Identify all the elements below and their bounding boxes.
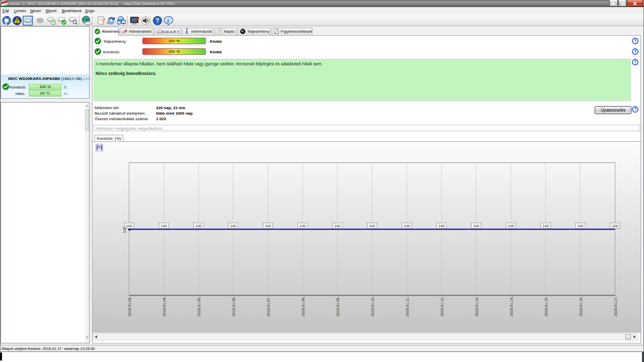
svg-text:100: 100 — [126, 224, 132, 228]
svg-text:100: 100 — [438, 224, 445, 228]
svg-text:100: 100 — [542, 224, 549, 228]
svg-text:100: 100 — [195, 224, 202, 228]
svg-text:2016.01.03.: 2016.01.03. — [127, 297, 132, 317]
svg-text:100: 100 — [404, 224, 410, 228]
svg-text:100: 100 — [230, 224, 236, 228]
svg-text:2016.01.13.: 2016.01.13. — [474, 297, 479, 317]
svg-text:2016.01.08.: 2016.01.08. — [301, 297, 305, 317]
svg-text:2016.01.09.: 2016.01.09. — [336, 297, 340, 317]
svg-text:100: 100 — [160, 224, 167, 228]
svg-text:2016.01.07.: 2016.01.07. — [266, 297, 271, 317]
svg-text:2016.01.06.: 2016.01.06. — [231, 297, 236, 317]
svg-text:2016.01.14.: 2016.01.14. — [509, 297, 514, 317]
svg-text:2016.01.17.: 2016.01.17. — [613, 297, 618, 317]
svg-text:2016.01.11.: 2016.01.11. — [405, 297, 410, 316]
svg-text:2016.01.15.: 2016.01.15. — [544, 297, 548, 317]
svg-text:2016.01.10.: 2016.01.10. — [370, 297, 375, 317]
svg-text:2016.01.04.: 2016.01.04. — [162, 297, 167, 317]
svg-text:100: 100 — [334, 224, 341, 228]
svg-text:100: 100 — [369, 224, 375, 228]
svg-text:100: 100 — [577, 224, 584, 228]
svg-text:100: 100 — [265, 224, 271, 228]
svg-text:2016.01.12.: 2016.01.12. — [440, 297, 444, 317]
svg-text:2016.01.05.: 2016.01.05. — [197, 297, 201, 317]
svg-text:100: 100 — [473, 224, 479, 228]
svg-text:100: 100 — [122, 227, 127, 233]
svg-text:100: 100 — [299, 224, 306, 228]
svg-text:100: 100 — [508, 224, 514, 228]
svg-text:100: 100 — [612, 224, 618, 228]
svg-text:2016.01.16.: 2016.01.16. — [579, 297, 583, 317]
